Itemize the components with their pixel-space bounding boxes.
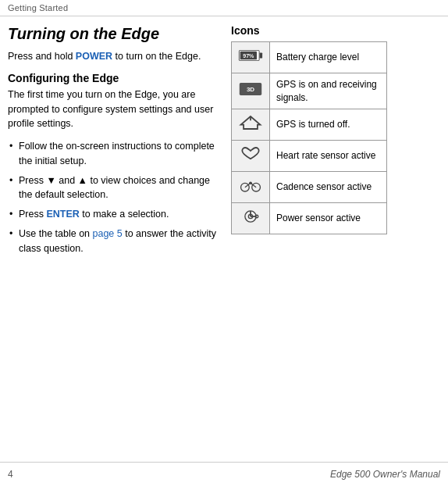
main-content: Turning on the Edge Press and hold POWER… xyxy=(0,16,448,271)
gps-off-icon xyxy=(238,123,263,134)
right-column: Icons 97% xyxy=(231,24,387,263)
icons-title: Icons xyxy=(231,24,387,37)
gps-signal-svg: 3D xyxy=(238,80,263,98)
section2-title: Configuring the Edge xyxy=(8,72,219,84)
heart-icon xyxy=(238,154,263,165)
footer-manual-title: Edge 500 Owner's Manual xyxy=(330,469,440,480)
list-item: Follow the on-screen instructions to com… xyxy=(8,139,219,169)
gps-description: GPS is on and receiving signals. xyxy=(270,73,387,109)
battery-description: Battery charge level xyxy=(270,42,387,73)
icon-cell-heart xyxy=(232,141,270,172)
svg-text:3D: 3D xyxy=(247,86,254,93)
list-item: Press ▼ and ▲ to view choices and change… xyxy=(8,173,219,203)
icon-cell-gps-off xyxy=(232,109,270,141)
footer-page-number: 4 xyxy=(8,469,13,480)
bullet-list: Follow the on-screen instructions to com… xyxy=(8,139,219,256)
battery-svg: 97% xyxy=(238,47,263,64)
list-item: Use the table on page 5 to answer the ac… xyxy=(8,227,219,256)
power-sensor-svg xyxy=(238,208,263,225)
table-row: 97% Battery charge level xyxy=(232,42,387,73)
cadence-svg xyxy=(238,177,263,194)
table-row: Power sensor active xyxy=(232,202,387,234)
cadence-description: Cadence sensor active xyxy=(270,171,387,202)
list-item: Press ENTER to make a selection. xyxy=(8,207,219,222)
gps-off-svg xyxy=(238,114,263,131)
power-sensor-icon xyxy=(238,216,263,227)
power-word: POWER xyxy=(76,51,112,62)
icons-table: 97% Battery charge level 3D xyxy=(231,41,387,234)
footer: 4 Edge 500 Owner's Manual xyxy=(0,462,448,486)
gps-signal-icon: 3D xyxy=(238,89,263,100)
gps-off-description: GPS is turned off. xyxy=(270,109,387,141)
cadence-icon xyxy=(238,185,263,196)
battery-icon: 97% xyxy=(238,55,263,66)
table-row: 3D GPS is on and receiving signals. xyxy=(232,73,387,109)
page-link[interactable]: page 5 xyxy=(93,228,123,239)
icon-cell-cadence xyxy=(232,171,270,202)
icon-cell-battery: 97% xyxy=(232,42,270,73)
icon-cell-gps: 3D xyxy=(232,73,270,109)
table-row: Heart rate sensor active xyxy=(232,141,387,172)
section1-title: Turning on the Edge xyxy=(8,24,219,43)
table-row: GPS is turned off. xyxy=(232,109,387,141)
icon-cell-power xyxy=(232,202,270,234)
left-column: Turning on the Edge Press and hold POWER… xyxy=(8,24,219,263)
header-label: Getting Started xyxy=(8,3,68,13)
section1-intro: Press and hold POWER to turn on the Edge… xyxy=(8,49,219,64)
svg-text:97%: 97% xyxy=(243,53,254,59)
section2-body: The first time you turn on the Edge, you… xyxy=(8,88,219,131)
svg-point-18 xyxy=(255,215,258,218)
svg-rect-1 xyxy=(260,52,263,58)
heart-description: Heart rate sensor active xyxy=(270,141,387,172)
power-description: Power sensor active xyxy=(270,202,387,234)
enter-word: ENTER xyxy=(46,209,79,220)
page-header: Getting Started xyxy=(0,0,448,16)
heart-svg xyxy=(238,145,263,163)
table-row: Cadence sensor active xyxy=(232,171,387,202)
